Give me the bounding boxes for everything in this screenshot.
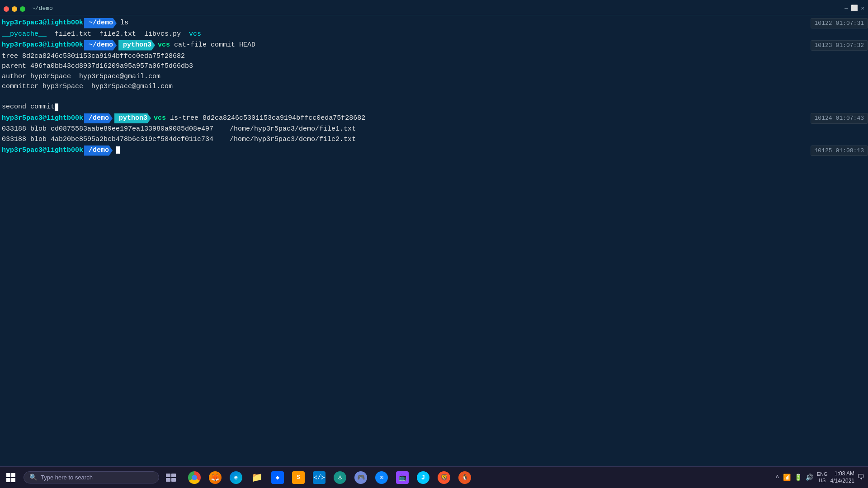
brave-icon[interactable]: 🦁: [434, 468, 454, 488]
minimize-button[interactable]: [12, 6, 17, 12]
timestamp-badge: 10124 01:07:43: [811, 113, 868, 124]
taskbar: 🔍 Type here to search 🦊 e 📁: [0, 466, 868, 488]
svg-rect-7: [171, 478, 176, 482]
gitkraken-icon[interactable]: ⚓: [330, 468, 350, 488]
thunderbird-icon[interactable]: ✉: [372, 468, 392, 488]
window-restore-icon[interactable]: ⬜: [851, 5, 858, 13]
firefox-icon[interactable]: 🦊: [205, 468, 225, 488]
terminal-line: 033188 blob 4ab20be8595a2bcb478b6c319ef5…: [0, 135, 868, 145]
chrome-icon[interactable]: [184, 468, 204, 488]
svg-rect-4: [166, 474, 170, 477]
svg-rect-2: [6, 478, 10, 482]
system-clock[interactable]: 1:08 AM 4/14/2021: [830, 470, 854, 484]
tray-chevron-icon[interactable]: ^: [774, 473, 780, 482]
terminal-line: hyp3r5pac3@lightb00k ~/demo ls 10122 01:…: [0, 17, 868, 29]
taskwarrior-icon[interactable]: J: [413, 468, 433, 488]
terminal-line: committer hyp3r5pace hyp3r5pace@gmail.co…: [0, 82, 868, 92]
taskbar-app-icons: 🦊 e 📁 ◆ S ≺/≻ ⚓ 🎮 ✉: [184, 468, 475, 488]
terminal-line: hyp3r5pac3@lightb00k /demo python3 vcs l…: [0, 113, 868, 125]
files-icon[interactable]: 📁: [247, 468, 267, 488]
battery-icon[interactable]: 🔋: [793, 473, 803, 482]
discord-icon[interactable]: 🎮: [351, 468, 371, 488]
terminal-line: hyp3r5pac3@lightb00k /demo 10125 01:08:1…: [0, 145, 868, 157]
close-button[interactable]: [4, 6, 9, 12]
edge-icon[interactable]: e: [226, 468, 246, 488]
speaker-icon[interactable]: 🔊: [805, 473, 814, 482]
taskbar-tray: ^ 📶 🔋 🔊 ENG US 1:08 AM 4/14/2021 🗨: [774, 470, 868, 484]
dropbox-icon[interactable]: ◆: [268, 468, 288, 488]
search-placeholder: Type here to search: [41, 474, 93, 481]
terminal-line: tree 8d2ca8246c5301153ca9194bffcc0eda75f…: [0, 52, 868, 62]
maximize-button[interactable]: [20, 6, 25, 12]
svg-rect-6: [166, 478, 170, 482]
tray-icons: ^ 📶 🔋 🔊: [774, 473, 814, 482]
terminal-window[interactable]: ~/demo — ⬜ ✕ hyp3r5pac3@lightb00k ~/demo…: [0, 0, 868, 443]
terminal-title: ~/demo: [32, 5, 53, 13]
terminal-line: author hyp3r5pace hyp3r5pace@gmail.com: [0, 72, 868, 82]
terminal-line: parent 496fa0bb43cd8937d16209a95a957a06f…: [0, 61, 868, 72]
sublime-icon[interactable]: S: [288, 468, 308, 488]
svg-rect-1: [11, 473, 15, 477]
task-view-button[interactable]: [161, 468, 181, 488]
clock-time: 1:08 AM: [830, 470, 854, 478]
timestamp-badge: 10125 01:08:13: [811, 145, 868, 156]
terminal-line: hyp3r5pac3@lightb00k ~/demo python3 vcs …: [0, 39, 868, 52]
clock-date: 4/14/2021: [830, 478, 854, 485]
timestamp-badge: 10123 01:07:32: [811, 40, 868, 51]
terminal-line: __pycache__ file1.txt file2.txt libvcs.p…: [0, 29, 868, 40]
terminal-line: second commit: [0, 102, 868, 113]
window-close-icon[interactable]: ✕: [861, 5, 864, 13]
svg-rect-5: [171, 474, 176, 477]
terminal-content: hyp3r5pac3@lightb00k ~/demo ls 10122 01:…: [0, 15, 868, 159]
svg-rect-3: [11, 478, 15, 482]
notification-icon[interactable]: 🗨: [857, 473, 864, 482]
language-indicator[interactable]: ENG US: [817, 471, 828, 483]
twitch-icon[interactable]: 📺: [392, 468, 412, 488]
start-button[interactable]: [0, 467, 22, 488]
wifi-icon[interactable]: 📶: [782, 473, 792, 482]
svg-rect-0: [6, 473, 10, 477]
timestamp-badge: 10122 01:07:31: [811, 18, 868, 29]
search-icon: 🔍: [29, 474, 37, 481]
ubuntu-icon[interactable]: 🐧: [455, 468, 475, 488]
vscode-icon[interactable]: ≺/≻: [309, 468, 329, 488]
search-bar[interactable]: 🔍 Type here to search: [24, 471, 159, 483]
window-minimize-icon[interactable]: —: [844, 5, 848, 13]
terminal-line: 033188 blob cd0875583aabe89ee197ea133980…: [0, 124, 868, 135]
terminal-line: [0, 92, 868, 103]
